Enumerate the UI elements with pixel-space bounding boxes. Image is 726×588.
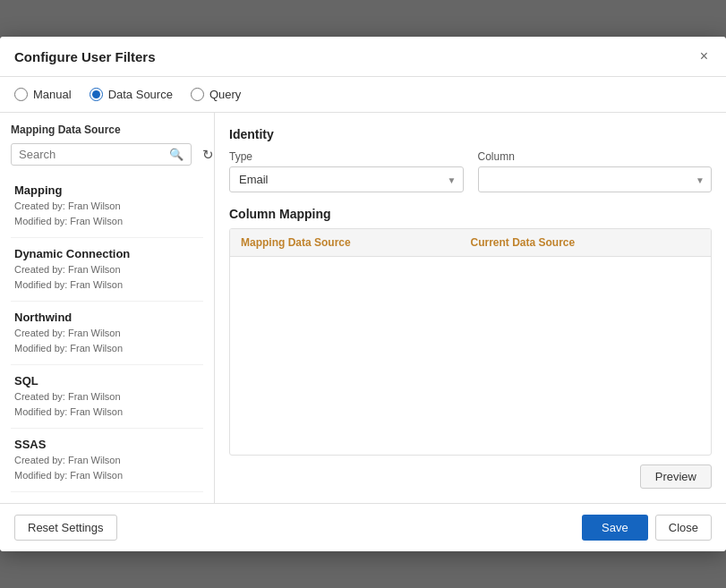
column-select[interactable] (478, 166, 713, 192)
mapping-col-header-1: Mapping Data Source (241, 236, 471, 249)
mapping-table-header: Mapping Data Source Current Data Source (230, 229, 711, 257)
ds-meta: Created by: Fran WilsonModified by: Fran… (14, 199, 200, 228)
mapping-data-source-title: Mapping Data Source (11, 124, 203, 136)
ds-meta: Created by: Fran WilsonModified by: Fran… (14, 326, 200, 355)
manual-radio-text: Manual (33, 88, 72, 101)
column-field-group: Column ▼ (478, 150, 713, 192)
refresh-button[interactable]: ↻ (201, 145, 215, 165)
column-mapping-section: Column Mapping Mapping Data Source Curre… (229, 207, 712, 489)
right-panel: Identity Type Email Username Custom ▼ (215, 113, 726, 503)
query-radio-label[interactable]: Query (191, 88, 241, 101)
type-select[interactable]: Email Username Custom (229, 166, 464, 192)
identity-section: Identity Type Email Username Custom ▼ (229, 127, 712, 192)
list-item[interactable]: SSAS Created by: Fran WilsonModified by:… (11, 429, 203, 492)
preview-row: Preview (229, 464, 712, 489)
identity-fields-row: Type Email Username Custom ▼ Column (229, 150, 712, 192)
mapping-col-header-2: Current Data Source (471, 236, 701, 249)
type-field-group: Type Email Username Custom ▼ (229, 150, 464, 192)
query-radio[interactable] (191, 88, 204, 101)
ds-name: SQL (14, 374, 200, 388)
mapping-table-body (230, 257, 711, 400)
left-panel: Mapping Data Source 🔍 ↻ Mapping Created … (0, 113, 215, 503)
ds-meta: Created by: Fran WilsonModified by: Fran… (14, 389, 200, 419)
list-item[interactable]: Mapping Created by: Fran WilsonModified … (11, 175, 203, 238)
ds-name: Dynamic Connection (14, 247, 200, 260)
configure-user-filters-dialog: Configure User Filters × Manual Data Sou… (0, 37, 726, 551)
reset-settings-button[interactable]: Reset Settings (14, 515, 117, 541)
ds-meta: Created by: Fran WilsonModified by: Fran… (14, 453, 200, 482)
preview-button[interactable]: Preview (640, 464, 712, 489)
data-source-list: Mapping Created by: Fran WilsonModified … (11, 175, 203, 492)
query-radio-text: Query (209, 88, 241, 101)
dialog-header: Configure User Filters × (0, 37, 726, 77)
type-label: Type (229, 150, 464, 163)
search-refresh-row: 🔍 ↻ (11, 143, 203, 166)
ds-name: Northwind (14, 311, 200, 324)
radio-options-row: Manual Data Source Query (0, 77, 726, 113)
type-select-wrapper: Email Username Custom ▼ (229, 166, 464, 192)
save-button[interactable]: Save (582, 515, 648, 541)
list-item[interactable]: Dynamic Connection Created by: Fran Wils… (11, 238, 203, 302)
data-source-radio[interactable] (90, 88, 103, 101)
column-select-wrapper: ▼ (478, 166, 713, 192)
list-item[interactable]: Northwind Created by: Fran WilsonModifie… (11, 302, 203, 365)
dialog-body: Mapping Data Source 🔍 ↻ Mapping Created … (0, 113, 726, 503)
column-label: Column (478, 150, 713, 163)
list-item[interactable]: SQL Created by: Fran WilsonModified by: … (11, 365, 203, 429)
footer-right-buttons: Save Close (582, 515, 712, 541)
search-box: 🔍 (11, 143, 192, 166)
column-mapping-title: Column Mapping (229, 207, 712, 221)
identity-title: Identity (229, 127, 712, 141)
data-source-radio-text: Data Source (108, 88, 173, 101)
dialog-footer: Reset Settings Save Close (0, 503, 726, 551)
ds-name: SSAS (14, 438, 200, 451)
ds-meta: Created by: Fran WilsonModified by: Fran… (14, 262, 200, 292)
header-close-button[interactable]: × (696, 47, 712, 65)
search-icon: 🔍 (169, 148, 184, 161)
search-input[interactable] (19, 148, 169, 161)
mapping-table: Mapping Data Source Current Data Source (229, 228, 712, 456)
close-footer-button[interactable]: Close (655, 515, 712, 541)
manual-radio[interactable] (14, 88, 28, 101)
data-source-radio-label[interactable]: Data Source (90, 88, 173, 101)
ds-name: Mapping (14, 183, 200, 197)
dialog-title: Configure User Filters (14, 49, 156, 64)
manual-radio-label[interactable]: Manual (14, 88, 72, 101)
